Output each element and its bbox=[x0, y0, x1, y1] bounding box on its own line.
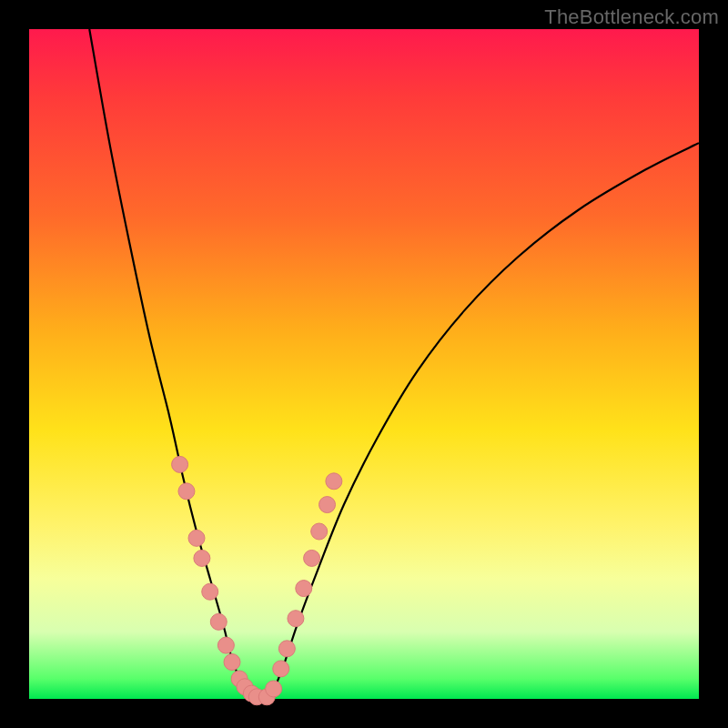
data-dot bbox=[188, 530, 205, 546]
data-dot bbox=[273, 661, 289, 677]
data-dot bbox=[202, 583, 218, 600]
data-dot bbox=[194, 550, 210, 566]
chart-svg bbox=[29, 29, 699, 699]
data-dot bbox=[278, 641, 295, 657]
outer-frame: TheBottleneck.com bbox=[0, 0, 728, 728]
plot-area bbox=[29, 29, 699, 699]
data-dot bbox=[178, 483, 195, 500]
dots-right bbox=[258, 473, 342, 705]
data-dot bbox=[326, 473, 342, 490]
curve-left bbox=[89, 29, 250, 699]
data-dot bbox=[266, 681, 282, 697]
data-dot bbox=[311, 523, 328, 540]
curve-right bbox=[270, 143, 699, 699]
dots-left bbox=[172, 456, 266, 704]
data-dot bbox=[217, 637, 234, 653]
data-dot bbox=[224, 654, 240, 671]
data-dot bbox=[304, 550, 320, 566]
data-dot bbox=[319, 497, 336, 513]
data-dot bbox=[288, 611, 304, 627]
data-dot bbox=[172, 456, 188, 472]
data-dot bbox=[296, 581, 312, 597]
watermark-text: TheBottleneck.com bbox=[544, 5, 719, 29]
data-dot bbox=[210, 613, 227, 630]
